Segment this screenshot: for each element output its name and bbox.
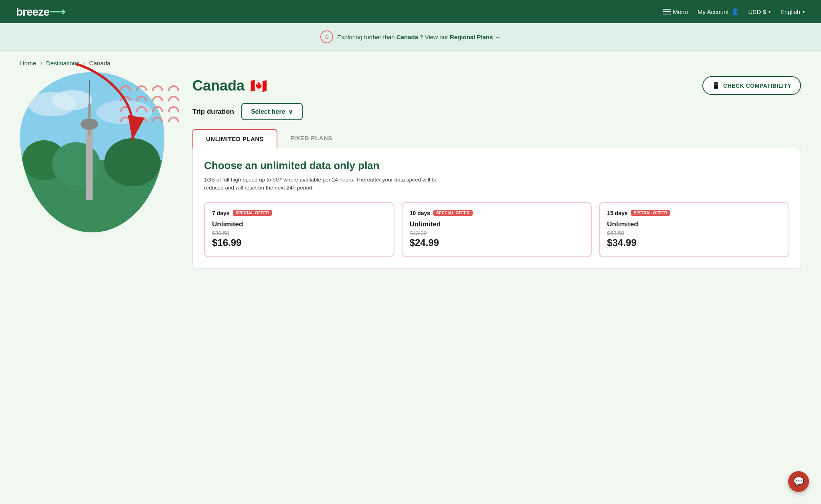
currency-chevron: ▾: [768, 9, 771, 14]
plans-section: Choose an unlimited data only plan 1GB o…: [192, 148, 801, 269]
currency-label: USD $: [748, 8, 766, 15]
trip-duration-select[interactable]: Select here ∨: [241, 103, 303, 120]
account-icon: 👤: [731, 8, 739, 15]
plan-cards: 7 days SPECIAL OFFER Unlimited $30.50 $1…: [204, 202, 789, 257]
tab-fixed[interactable]: FIXED PLANS: [277, 129, 345, 149]
language-label: English: [781, 8, 800, 15]
days-15: 15 days: [607, 210, 627, 216]
days-7: 7 days: [212, 210, 230, 216]
sale-price-7: $16.99: [212, 237, 386, 248]
dest-flag: 🇨🇦: [250, 78, 267, 94]
logo-arrow: ⟶: [49, 6, 65, 18]
sale-price-10: $24.99: [410, 237, 584, 248]
dest-name: Canada: [192, 77, 245, 94]
plan-card-7day[interactable]: 7 days SPECIAL OFFER Unlimited $30.50 $1…: [204, 202, 394, 257]
original-price-7: $30.50: [212, 230, 386, 236]
plan-tabs: UNLIMITED PLANS FIXED PLANS: [192, 129, 801, 149]
phone-icon: 📱: [712, 82, 720, 89]
pointer-arrow: [60, 60, 160, 148]
plan-name-7: Unlimited: [212, 220, 386, 228]
logo[interactable]: breeze⟶: [16, 5, 65, 18]
language-chevron: ▾: [803, 9, 805, 14]
account-button[interactable]: My Account 👤: [698, 8, 739, 15]
compass-icon: ⊙: [320, 30, 333, 43]
menu-label: Menu: [673, 8, 688, 15]
menu-button[interactable]: Menu: [663, 8, 688, 15]
sale-price-15: $34.99: [607, 237, 781, 248]
currency-selector[interactable]: USD $ ▾: [748, 8, 771, 15]
navbar: breeze⟶ Menu My Account 👤 USD $ ▾ Englis…: [0, 0, 821, 23]
banner-text: Exploring further than Canada ? View our…: [337, 34, 500, 40]
destination-image-area: [20, 72, 172, 232]
dest-header: Canada 🇨🇦 📱 CHECK COMPATIBILITY: [192, 76, 801, 95]
original-price-15: $63.50: [607, 230, 781, 236]
regional-plans-link[interactable]: Regional Plans →: [450, 34, 501, 40]
account-label: My Account: [698, 8, 729, 15]
main-content: Canada 🇨🇦 📱 CHECK COMPATIBILITY Trip dur…: [0, 72, 821, 285]
promo-banner: ⊙ Exploring further than Canada ? View o…: [0, 23, 821, 51]
destination-content: Canada 🇨🇦 📱 CHECK COMPATIBILITY Trip dur…: [192, 72, 801, 269]
language-selector[interactable]: English ▾: [781, 8, 805, 15]
hamburger-icon: [663, 9, 671, 14]
plan-card-15day[interactable]: 15 days SPECIAL OFFER Unlimited $63.50 $…: [599, 202, 789, 257]
svg-point-6: [52, 142, 100, 186]
tab-unlimited[interactable]: UNLIMITED PLANS: [192, 129, 277, 149]
check-compatibility-button[interactable]: 📱 CHECK COMPATIBILITY: [702, 76, 801, 95]
select-chevron: ∨: [288, 108, 293, 115]
plan-card-header-7: 7 days SPECIAL OFFER: [212, 210, 386, 216]
plan-name-10: Unlimited: [410, 220, 584, 228]
trip-duration-row: Trip duration Select here ∨: [192, 103, 801, 120]
plan-card-10day[interactable]: 10 days SPECIAL OFFER Unlimited $43.00 $…: [402, 202, 592, 257]
days-10: 10 days: [410, 210, 430, 216]
plans-heading: Choose an unlimited data only plan: [204, 159, 789, 172]
dest-title: Canada 🇨🇦: [192, 77, 267, 94]
sep1: ›: [40, 60, 42, 67]
badge-15: SPECIAL OFFER: [631, 210, 670, 216]
plan-card-header-15: 15 days SPECIAL OFFER: [607, 210, 781, 216]
select-here-label: Select here: [251, 108, 285, 115]
badge-7: SPECIAL OFFER: [233, 210, 272, 216]
plan-name-15: Unlimited: [607, 220, 781, 228]
check-compat-label: CHECK COMPATIBILITY: [723, 83, 791, 89]
badge-10: SPECIAL OFFER: [433, 210, 473, 216]
plan-card-header-10: 10 days SPECIAL OFFER: [410, 210, 584, 216]
nav-right: Menu My Account 👤 USD $ ▾ English ▾: [663, 8, 805, 15]
breadcrumb-home[interactable]: Home: [20, 60, 36, 67]
plans-description: 1GB of full high-speed up to 5G* where a…: [204, 176, 453, 192]
trip-duration-label: Trip duration: [192, 108, 234, 116]
original-price-10: $43.00: [410, 230, 584, 236]
